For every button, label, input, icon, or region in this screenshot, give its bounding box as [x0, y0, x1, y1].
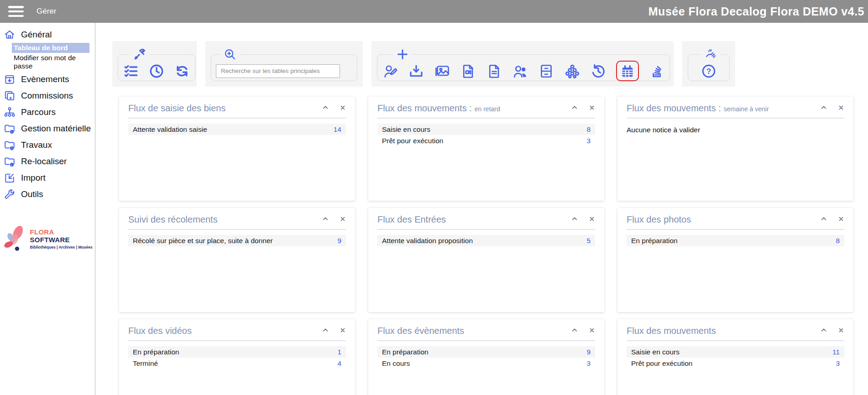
card-mouvements-en-retard: Flux des mouvements :en retard Saisie en…: [368, 97, 604, 201]
clock-icon[interactable]: [148, 63, 165, 79]
stack-icon[interactable]: [648, 63, 665, 79]
close-icon[interactable]: [838, 104, 844, 111]
card-row[interactable]: Récolé sur pièce et sur place, suite à d…: [128, 235, 346, 246]
import-tray-icon[interactable]: [408, 63, 424, 79]
sidebar-item-parcours[interactable]: Parcours: [0, 104, 95, 120]
app-title: Musée Flora Decalog Flora DEMO v4.5: [648, 5, 864, 18]
collapse-icon[interactable]: [821, 104, 827, 111]
sidebar-item-travaux[interactable]: Travaux: [0, 137, 95, 153]
card-flux-evenements: Flux des évènements En préparation 9 En …: [368, 319, 604, 395]
close-icon[interactable]: [838, 216, 844, 222]
close-icon[interactable]: [340, 327, 346, 333]
users-icon[interactable]: [512, 63, 528, 79]
row-count[interactable]: 8: [836, 237, 840, 245]
card-mouvements-semaine-a-venir: Flux des mouvements :semaine à venir Auc…: [617, 97, 853, 201]
collapse-icon[interactable]: [571, 216, 578, 222]
brand-tagline: Bibliothèques | Archives | Musées: [30, 245, 93, 249]
gesture-icon: [704, 47, 717, 61]
row-count[interactable]: 3: [836, 359, 840, 368]
calendar-icon[interactable]: [620, 64, 635, 79]
row-count[interactable]: 9: [337, 237, 341, 245]
close-icon[interactable]: [838, 327, 844, 333]
card-row[interactable]: En préparation 9: [377, 346, 595, 358]
history-icon[interactable]: [590, 63, 607, 79]
card-row[interactable]: Saisie en cours 11: [627, 346, 844, 358]
brand-flora: FLORA: [30, 228, 54, 236]
toolbar-group-create: [371, 41, 674, 87]
sidebar-item-commissions[interactable]: Commissions: [0, 88, 95, 104]
empty-message: Aucune notice à valider: [627, 126, 844, 134]
toolbar: ?: [112, 41, 735, 87]
close-icon[interactable]: [589, 216, 595, 222]
toolbar-group-search: [205, 41, 363, 87]
card-row[interactable]: Prêt pour exécution 3: [627, 358, 844, 369]
wrench-icon: [4, 188, 16, 200]
row-count[interactable]: 4: [337, 359, 341, 368]
collapse-icon[interactable]: [571, 327, 578, 333]
card-row[interactable]: En préparation 1: [128, 346, 346, 358]
collapse-icon[interactable]: [322, 216, 329, 222]
close-icon[interactable]: [340, 104, 346, 111]
svg-text:?: ?: [706, 67, 711, 75]
close-icon[interactable]: [589, 104, 595, 111]
sidebar-item-modifier-mot-de-passe[interactable]: Modifier son mot de passe: [12, 53, 95, 71]
dashboard-cards: Flux de saisie des biens Attente validat…: [119, 97, 853, 395]
document-icon[interactable]: [486, 63, 502, 79]
archive-box-icon: [4, 73, 16, 85]
toolbar-group-help: ?: [682, 41, 735, 87]
main-content: ? Flux de saisie des biens Attente valid…: [96, 23, 868, 395]
sidebar-item-re-localiser[interactable]: Re-localiser: [0, 153, 95, 170]
plus-icon[interactable]: [396, 47, 409, 61]
collapse-icon[interactable]: [821, 327, 827, 333]
card-row[interactable]: Attente validation saisie 14: [128, 124, 346, 135]
row-count[interactable]: 8: [586, 125, 591, 134]
card-row[interactable]: Saisie en cours 8: [377, 124, 595, 135]
folders-icon: [4, 90, 16, 102]
images-icon[interactable]: [434, 63, 450, 79]
sidebar-item-general[interactable]: Général: [0, 26, 95, 43]
hamburger-menu-icon[interactable]: [8, 6, 24, 17]
collapse-icon[interactable]: [821, 216, 827, 222]
collapse-icon[interactable]: [322, 104, 329, 111]
menu-label[interactable]: Gérer: [37, 7, 56, 16]
row-count[interactable]: 3: [586, 137, 591, 145]
row-count[interactable]: 5: [586, 237, 591, 245]
video-file-icon[interactable]: [460, 63, 476, 79]
refresh-icon[interactable]: [174, 63, 190, 79]
card-row[interactable]: Terminé 4: [128, 358, 346, 369]
sidebar-item-import[interactable]: Import: [0, 170, 95, 186]
zoom-plus-icon[interactable]: [223, 47, 237, 61]
cluster-icon[interactable]: [564, 63, 580, 79]
close-icon[interactable]: [589, 327, 595, 333]
checklist-icon[interactable]: [123, 63, 139, 79]
row-count[interactable]: 9: [586, 348, 591, 356]
top-bar: Gérer Musée Flora Decalog Flora DEMO v4.…: [0, 0, 868, 23]
row-count[interactable]: 14: [334, 125, 341, 134]
row-count[interactable]: 3: [586, 359, 591, 368]
row-count[interactable]: 11: [832, 348, 840, 356]
close-icon[interactable]: [340, 216, 346, 222]
sidebar-item-tableau-de-bord[interactable]: Tableau de bord: [12, 43, 89, 53]
flora-petals-icon: [2, 223, 29, 254]
person-write-icon[interactable]: [382, 63, 398, 79]
sidebar-item-gestion-materielle[interactable]: Gestion matérielle: [0, 120, 95, 137]
card-row[interactable]: Prêt pour exécution 3: [377, 135, 595, 146]
card-row[interactable]: En cours 3: [377, 358, 595, 369]
card-row[interactable]: Attente validation proposition 5: [377, 235, 595, 246]
home-icon: [4, 29, 16, 41]
card-row[interactable]: En préparation 8: [627, 235, 844, 246]
sidebar-item-evenements[interactable]: Evènements: [0, 71, 95, 88]
collapse-icon[interactable]: [571, 104, 578, 111]
row-count[interactable]: 1: [337, 348, 341, 356]
tools-icon[interactable]: [133, 47, 146, 61]
import-icon: [4, 172, 16, 184]
question-circle-icon[interactable]: ?: [701, 63, 717, 79]
collapse-icon[interactable]: [322, 327, 329, 333]
folder-globe-icon: [4, 139, 16, 151]
sidebar: Général Tableau de bord Modifier son mot…: [0, 23, 95, 395]
card-suivi-recolements: Suivi des récolements Récolé sur pièce e…: [119, 208, 355, 312]
search-input[interactable]: [216, 64, 340, 78]
sidebar-item-outils[interactable]: Outils: [0, 186, 95, 203]
cabinet-icon[interactable]: [538, 63, 554, 79]
sitemap-icon: [4, 106, 16, 118]
